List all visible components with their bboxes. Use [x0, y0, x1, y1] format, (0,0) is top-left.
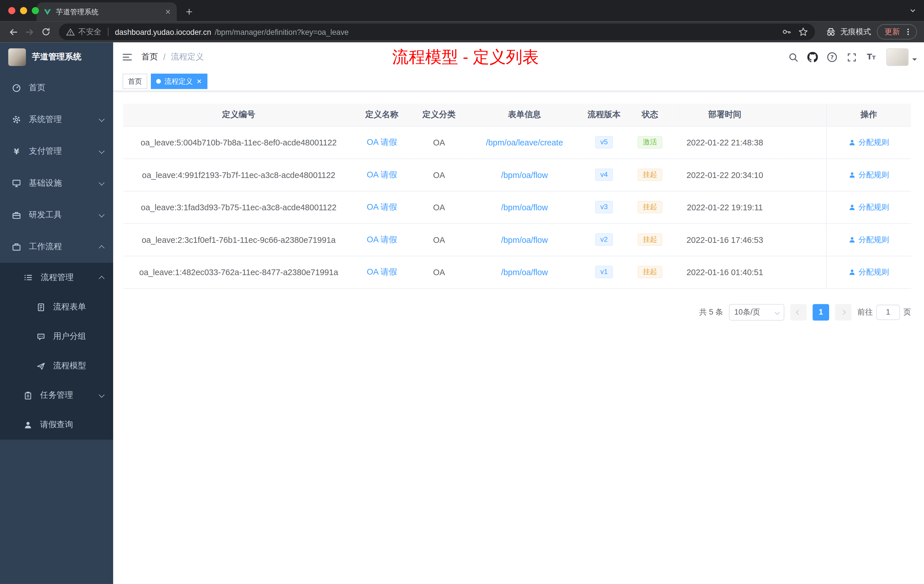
tab-search-icon[interactable]	[909, 7, 917, 15]
sidebar-item-leave-query[interactable]: 请假查询	[0, 410, 113, 440]
form-link[interactable]: /bpm/oa/flow	[501, 267, 548, 277]
bookmark-star-icon[interactable]	[799, 27, 808, 36]
form-link[interactable]: /bpm/oa/flow	[501, 170, 548, 180]
browser-toolbar: 不安全 dashboard.yudao.iocoder.cn /bpm/mana…	[0, 21, 924, 42]
next-page-button[interactable]	[835, 304, 852, 320]
table-row: oa_leave:2:3c1f0ef1-76b1-11ec-9c66-a2380…	[123, 223, 911, 256]
cell-definition-id: oa_leave:4:991f2193-7b7f-11ec-a3c8-acde4…	[123, 158, 354, 191]
sidebar-submenu-workflow: 流程管理 流程表单 用户分组 流程模型 任务管理	[0, 263, 113, 440]
sidebar-item-system[interactable]: 系统管理	[0, 104, 113, 135]
cell-category: OA	[409, 256, 468, 288]
sidebar-item-process-management[interactable]: 流程管理	[0, 263, 113, 292]
tag-home[interactable]: 首页	[122, 74, 147, 89]
cell-definition-name: OA 请假	[354, 256, 410, 288]
assign-rule-button[interactable]: 分配规则	[848, 137, 889, 148]
sidebar-item-process-model[interactable]: 流程模型	[0, 351, 113, 381]
form-link[interactable]: /bpm/oa/leave/create	[486, 138, 563, 147]
definition-name-link[interactable]: OA 请假	[367, 202, 397, 211]
assign-rule-button[interactable]: 分配规则	[848, 267, 889, 277]
tag-process-definition[interactable]: 流程定义	[151, 74, 208, 89]
prev-page-button[interactable]	[790, 304, 807, 320]
process-list-icon	[24, 273, 33, 282]
sidebar-item-label: 支付管理	[29, 146, 92, 157]
sidebar-item-label: 流程模型	[53, 361, 104, 371]
back-button[interactable]	[5, 24, 21, 40]
version-tag: v4	[595, 168, 613, 181]
window-close-button[interactable]	[8, 7, 15, 14]
new-tab-button[interactable]	[182, 4, 197, 20]
browser-tab[interactable]: 芋道管理系统	[36, 2, 177, 21]
github-icon[interactable]	[804, 48, 822, 66]
assign-rule-label: 分配规则	[858, 170, 889, 180]
assign-rule-button[interactable]: 分配规则	[848, 202, 889, 212]
password-key-icon[interactable]	[782, 27, 792, 36]
sidebar-item-payment[interactable]: ¥ 支付管理	[0, 135, 113, 167]
browser-menu-icon[interactable]	[904, 28, 912, 36]
chevron-down-icon	[99, 148, 105, 153]
sidebar-collapse-button[interactable]	[113, 43, 142, 72]
breadcrumb-home[interactable]: 首页	[142, 52, 158, 63]
search-icon[interactable]	[784, 48, 802, 66]
sidebar-item-task-management[interactable]: 任务管理	[0, 381, 113, 410]
window-minimize-button[interactable]	[20, 7, 27, 14]
sidebar-item-workflow[interactable]: 工作流程	[0, 231, 113, 263]
url-path: /bpm/manager/definition?key=oa_leave	[214, 27, 348, 36]
user-avatar[interactable]	[886, 48, 909, 66]
sidebar: 芋道管理系统 首页 系统管理 ¥ 支付管理 基础设施	[0, 43, 113, 584]
table-row: oa_leave:5:004b710b-7b8a-11ec-8ef0-acde4…	[123, 126, 911, 158]
fullscreen-icon[interactable]	[843, 48, 860, 66]
definition-name-link[interactable]: OA 请假	[367, 267, 397, 276]
main-panel: 首页 / 流程定义 流程模型 - 定义列表 ? TT 首页	[113, 43, 924, 584]
font-size-icon[interactable]: TT	[862, 48, 880, 66]
window-zoom-button[interactable]	[32, 7, 39, 14]
cell-filler	[777, 158, 826, 191]
form-icon	[36, 303, 45, 312]
devtools-icon	[12, 210, 21, 220]
chevron-down-icon	[99, 211, 105, 217]
sidebar-item-user-group[interactable]: 用户分组	[0, 322, 113, 351]
sidebar-item-home[interactable]: 首页	[0, 72, 113, 104]
tag-close-icon[interactable]	[196, 78, 202, 84]
goto-page-input[interactable]	[876, 304, 900, 320]
page-size-select[interactable]: 10条/页	[729, 304, 784, 320]
sidebar-item-infrastructure[interactable]: 基础设施	[0, 167, 113, 199]
breadcrumb: 首页 / 流程定义	[142, 52, 204, 63]
form-link[interactable]: /bpm/oa/flow	[501, 202, 548, 212]
security-warning-icon[interactable]	[66, 27, 75, 36]
avatar-caret-icon[interactable]	[912, 58, 917, 63]
cell-form-info: /bpm/oa/leave/create	[469, 126, 581, 158]
tab-favicon-icon	[44, 8, 51, 16]
url-host: dashboard.yudao.iocoder.cn	[115, 27, 211, 36]
cell-deploy-time: 2022-01-22 19:19:11	[672, 191, 777, 223]
forward-button[interactable]	[21, 24, 38, 40]
cell-version: v5	[581, 126, 628, 158]
col-status: 状态	[628, 104, 673, 126]
assign-rule-button[interactable]: 分配规则	[848, 170, 889, 180]
status-badge: 挂起	[638, 266, 663, 278]
assign-rule-label: 分配规则	[858, 137, 889, 148]
app-window: 芋道管理系统 首页 系统管理 ¥ 支付管理 基础设施	[0, 43, 924, 584]
goto-label: 前往	[858, 307, 873, 317]
definition-name-link[interactable]: OA 请假	[367, 170, 397, 179]
tab-close-icon[interactable]	[164, 8, 172, 16]
chevron-down-icon	[775, 309, 780, 315]
form-link[interactable]: /bpm/oa/flow	[501, 235, 548, 244]
page-number-button[interactable]: 1	[813, 304, 829, 320]
tag-label: 首页	[128, 76, 142, 86]
definition-name-link[interactable]: OA 请假	[367, 234, 397, 244]
url-bar[interactable]: 不安全 dashboard.yudao.iocoder.cn /bpm/mana…	[59, 24, 815, 40]
sidebar-logo[interactable]: 芋道管理系统	[0, 43, 113, 72]
sidebar-item-devtools[interactable]: 研发工具	[0, 199, 113, 231]
help-icon[interactable]: ?	[823, 48, 841, 66]
page-content: 定义编号 定义名称 定义分类 表单信息 流程版本 状态 部署时间 操作	[113, 91, 924, 584]
sidebar-item-process-form[interactable]: 流程表单	[0, 292, 113, 322]
reload-button[interactable]	[38, 24, 54, 40]
sidebar-item-label: 任务管理	[40, 390, 92, 401]
status-badge: 挂起	[638, 201, 663, 213]
browser-update-button[interactable]: 更新	[877, 24, 917, 40]
screen: 芋道管理系统 不安全 dashboard.yudao.iocoder.cn /b…	[0, 0, 924, 584]
definition-name-link[interactable]: OA 请假	[367, 137, 397, 147]
cell-definition-name: OA 请假	[354, 223, 410, 256]
assign-rule-button[interactable]: 分配规则	[848, 234, 889, 245]
header-actions: ? TT	[784, 48, 924, 66]
